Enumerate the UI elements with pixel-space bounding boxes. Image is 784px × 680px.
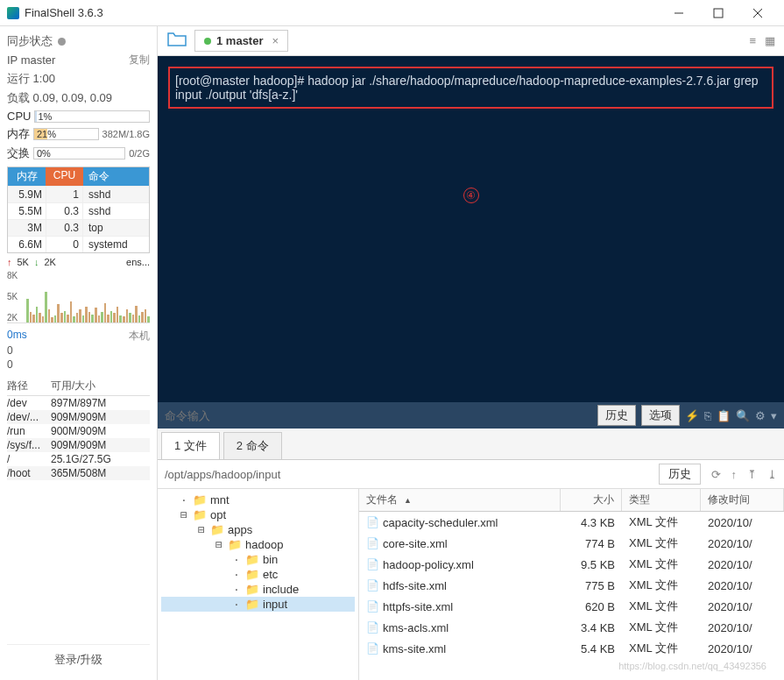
current-path[interactable]: /opt/apps/hadoop/input bbox=[165, 468, 653, 481]
window-title: FinalShell 3.6.3 bbox=[25, 6, 659, 19]
swap-label: 交换 bbox=[7, 145, 30, 161]
proc-hdr-cmd[interactable]: 命令 bbox=[83, 167, 149, 186]
swap-bar: 0% bbox=[33, 147, 125, 159]
disk-row[interactable]: /run900M/909M bbox=[7, 424, 150, 438]
bolt-icon[interactable]: ⚡ bbox=[685, 409, 699, 422]
process-row[interactable]: 5.5M0.3sshd bbox=[8, 202, 149, 219]
refresh-icon[interactable]: ⟳ bbox=[711, 468, 721, 481]
tab-status-dot-icon bbox=[204, 38, 211, 45]
mem-value: 382M/1.8G bbox=[102, 129, 150, 139]
terminal-line: [root@master hadoop]# hadoop jar ./share… bbox=[175, 74, 759, 102]
paste-icon[interactable]: 📋 bbox=[717, 409, 731, 422]
process-table: 内存 CPU 命令 5.9M1sshd5.5M0.3sshd3M0.3top6.… bbox=[7, 166, 150, 253]
proc-hdr-cpu[interactable]: CPU bbox=[46, 167, 83, 186]
disk-row[interactable]: /sys/f...909M/909M bbox=[7, 438, 150, 452]
zero-2: 0 bbox=[7, 358, 150, 371]
download-icon: ↓ bbox=[34, 257, 39, 267]
col-name[interactable]: 文件名▲ bbox=[359, 489, 561, 511]
file-row[interactable]: 📄kms-site.xml5.4 KBXML 文件2020/10/ bbox=[359, 638, 784, 659]
sidebar: 同步状态 IP master复制 运行 1:00 负载 0.09, 0.09, … bbox=[0, 26, 158, 680]
tree-node[interactable]: ·📁etc bbox=[161, 567, 355, 582]
gear-icon[interactable]: ⚙ bbox=[755, 409, 766, 422]
mem-label: 内存 bbox=[7, 126, 30, 142]
process-row[interactable]: 6.6M0systemd bbox=[8, 236, 149, 252]
path-hdr[interactable]: 路径 bbox=[7, 379, 51, 393]
upload-icon[interactable]: ⤒ bbox=[747, 468, 757, 481]
copy-icon[interactable]: ⎘ bbox=[704, 409, 711, 422]
tree-node[interactable]: ·📁input bbox=[161, 597, 355, 612]
terminal-input-bar: 历史 选项 ⚡ ⎘ 📋 🔍 ⚙ ▾ bbox=[158, 402, 784, 429]
disk-row[interactable]: /hoot365M/508M bbox=[7, 466, 150, 480]
chevron-down-icon[interactable]: ▾ bbox=[771, 409, 777, 422]
tree-node[interactable]: ⊟📁apps bbox=[161, 522, 355, 537]
app-logo-icon bbox=[7, 7, 19, 19]
copy-button[interactable]: 复制 bbox=[129, 53, 150, 67]
download-icon[interactable]: ⤓ bbox=[767, 468, 777, 481]
mem-bar: 21% bbox=[33, 128, 99, 140]
file-row[interactable]: 📄capacity-scheduler.xml4.3 KBXML 文件2020/… bbox=[359, 512, 784, 533]
disk-row[interactable]: /dev897M/897M bbox=[7, 396, 150, 410]
tab-label: 1 master bbox=[216, 34, 263, 47]
terminal[interactable]: [root@master hadoop]# hadoop jar ./share… bbox=[158, 56, 784, 402]
login-button[interactable]: 登录/升级 bbox=[7, 644, 150, 675]
col-type[interactable]: 类型 bbox=[622, 489, 701, 511]
tree-node[interactable]: ⊟📁opt bbox=[161, 507, 355, 522]
watermark: https://blog.csdn.net/qq_43492356 bbox=[618, 661, 766, 671]
zero-1: 0 bbox=[7, 344, 150, 357]
close-button[interactable] bbox=[738, 0, 777, 26]
path-history-button[interactable]: 历史 bbox=[659, 464, 701, 485]
load-label: 负载 0.09, 0.09, 0.09 bbox=[7, 90, 112, 106]
title-bar: FinalShell 3.6.3 bbox=[0, 0, 784, 26]
tab-master[interactable]: 1 master × bbox=[194, 30, 288, 52]
svg-rect-1 bbox=[714, 9, 723, 18]
net-interface: ens... bbox=[126, 257, 150, 267]
proc-hdr-mem[interactable]: 内存 bbox=[8, 167, 46, 186]
search-icon[interactable]: 🔍 bbox=[736, 409, 750, 422]
maximize-button[interactable] bbox=[698, 0, 738, 26]
terminal-output: [root@master hadoop]# hadoop jar ./share… bbox=[168, 67, 773, 109]
annotation-marker: ④ bbox=[463, 188, 479, 203]
folder-icon[interactable] bbox=[166, 32, 187, 50]
tab-files[interactable]: 1 文件 bbox=[161, 432, 220, 459]
disk-row[interactable]: /25.1G/27.5G bbox=[7, 452, 150, 466]
col-size[interactable]: 大小 bbox=[561, 489, 622, 511]
tree-node[interactable]: ·📁include bbox=[161, 582, 355, 597]
disk-table: 路径可用/大小 /dev897M/897M/dev/...909M/909M/r… bbox=[7, 377, 150, 480]
tree-node[interactable]: ·📁mnt bbox=[161, 492, 355, 507]
options-button[interactable]: 选项 bbox=[641, 405, 680, 426]
ip-label: IP master bbox=[7, 53, 55, 67]
swap-value: 0/2G bbox=[129, 148, 150, 159]
file-list: 文件名▲ 大小 类型 修改时间 📄capacity-scheduler.xml4… bbox=[359, 489, 784, 680]
disk-row[interactable]: /dev/...909M/909M bbox=[7, 410, 150, 424]
file-tabs: 1 文件 2 命令 bbox=[158, 429, 784, 460]
history-button[interactable]: 历史 bbox=[597, 405, 636, 426]
status-dot-icon bbox=[58, 38, 66, 46]
upload-speed: 5K bbox=[18, 257, 29, 267]
tab-commands[interactable]: 2 命令 bbox=[223, 432, 282, 459]
ping-value: 0ms bbox=[7, 329, 27, 344]
up-icon[interactable]: ↑ bbox=[731, 468, 738, 481]
file-row[interactable]: 📄core-site.xml774 BXML 文件2020/10/ bbox=[359, 533, 784, 554]
minimize-button[interactable] bbox=[659, 0, 698, 26]
tab-bar: 1 master × ≡ ▦ bbox=[158, 26, 784, 56]
cpu-label: CPU bbox=[7, 110, 31, 123]
file-tree[interactable]: ·📁mnt⊟📁opt⊟📁apps⊟📁hadoop·📁bin·📁etc·📁incl… bbox=[158, 489, 359, 680]
process-row[interactable]: 3M0.3top bbox=[8, 219, 149, 236]
sync-status-label: 同步状态 bbox=[7, 33, 53, 49]
file-row[interactable]: 📄hdfs-site.xml775 BXML 文件2020/10/ bbox=[359, 575, 784, 596]
network-chart: 8K5K2K bbox=[7, 271, 150, 323]
process-row[interactable]: 5.9M1sshd bbox=[8, 186, 149, 202]
command-input[interactable] bbox=[165, 409, 592, 422]
col-time[interactable]: 修改时间 bbox=[701, 489, 784, 511]
file-row[interactable]: 📄httpfs-site.xml620 BXML 文件2020/10/ bbox=[359, 596, 784, 617]
tree-node[interactable]: ·📁bin bbox=[161, 552, 355, 567]
file-row[interactable]: 📄hadoop-policy.xml9.5 KBXML 文件2020/10/ bbox=[359, 554, 784, 575]
tree-node[interactable]: ⊟📁hadoop bbox=[161, 537, 355, 552]
path-bar: /opt/apps/hadoop/input 历史 ⟳ ↑ ⤒ ⤓ bbox=[158, 460, 784, 489]
menu-icon[interactable]: ≡ bbox=[749, 34, 756, 47]
size-hdr[interactable]: 可用/大小 bbox=[51, 379, 95, 393]
file-row[interactable]: 📄kms-acls.xml3.4 KBXML 文件2020/10/ bbox=[359, 617, 784, 638]
local-label: 本机 bbox=[129, 329, 150, 344]
tab-close-icon[interactable]: × bbox=[272, 34, 279, 47]
grid-icon[interactable]: ▦ bbox=[765, 34, 775, 47]
